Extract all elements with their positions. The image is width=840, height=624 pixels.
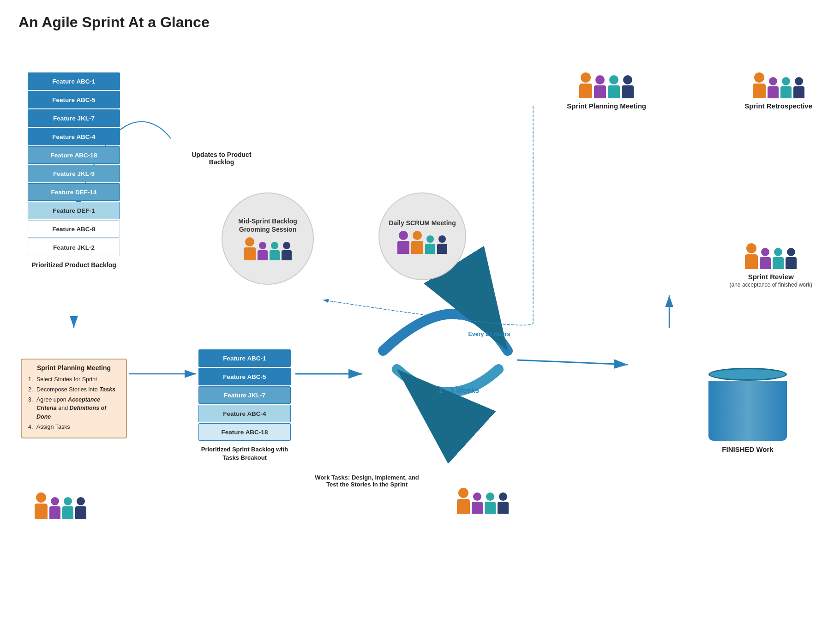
daily-scrum-text: Daily SCRUM Meeting	[389, 219, 456, 227]
sprint-list-item-2: Decompose Stories into Tasks	[28, 385, 120, 394]
backlog-item-9: Feature ABC-8	[28, 220, 120, 238]
team-icons-work	[457, 488, 509, 514]
finished-work-cylinder: FINISHED Work	[708, 368, 787, 453]
finished-work-label: FINISHED Work	[708, 445, 787, 453]
sprint-planning-title: Sprint Planning Meeting	[28, 364, 120, 372]
mid-sprint-text: Mid-Sprint Backlog Grooming Session	[222, 217, 313, 234]
sprint-review-label: Sprint Review	[730, 273, 812, 281]
sprint-retrospective: Sprint Retrospective	[744, 72, 812, 110]
weeks-label: 2 - 3 Weeks	[429, 386, 489, 395]
backlog-item-5: Feature ABC-18	[28, 146, 120, 164]
sprint-item-4: Feature ABC-4	[198, 405, 291, 422]
sprint-item-3: Feature JKL-7	[198, 386, 291, 404]
sprint-review: Sprint Review (and acceptance of finishe…	[730, 243, 812, 288]
sprint-backlog-label: Prioritized Sprint Backlog with Tasks Br…	[198, 445, 291, 462]
backlog-label: Prioritized Product Backlog	[28, 261, 120, 270]
every-24-label: Every 24 Hours	[466, 331, 512, 337]
backlog-item-7: Feature DEF-14	[28, 183, 120, 201]
cylinder-body	[708, 381, 787, 441]
sprint-list-item-1: Select Stories for Sprint	[28, 375, 120, 384]
backlog-item-2: Feature ABC-5	[28, 91, 120, 108]
sprint-backlog-stack: Feature ABC-1 Feature ABC-5 Feature JKL-…	[198, 349, 291, 462]
sprint-list-item-4: Assign Tasks	[28, 423, 120, 431]
work-tasks-label: Work Tasks: Design, Implement, and Test …	[309, 474, 425, 488]
sprint-list-item-3: Agree upon Acceptance Criteria and Defin…	[28, 396, 120, 420]
sprint-item-1: Feature ABC-1	[198, 349, 291, 367]
sprint-item-5: Feature ABC-18	[198, 423, 291, 441]
main-title: An Agile Sprint At a Glance	[0, 0, 840, 36]
updates-label: Updates to Product Backlog	[180, 151, 263, 166]
sprint-planning-meeting-top: Sprint Planning Meeting	[567, 72, 646, 110]
sprint-review-sublabel: (and acceptance of finished work)	[730, 282, 812, 288]
team-icons-sprint-planning	[35, 492, 86, 519]
sprint-item-2: Feature ABC-5	[198, 368, 291, 385]
sprint-planning-box: Sprint Planning Meeting Select Stories f…	[21, 359, 127, 438]
daily-scrum-circle: Daily SCRUM Meeting	[378, 192, 466, 280]
backlog-item-8: Feature DEF-1	[28, 202, 120, 219]
mid-sprint-circle: Mid-Sprint Backlog Grooming Session	[222, 192, 314, 285]
sprint-planning-meeting-label: Sprint Planning Meeting	[567, 102, 646, 110]
backlog-item-10: Feature JKL-2	[28, 239, 120, 256]
backlog-item-1: Feature ABC-1	[28, 72, 120, 90]
backlog-item-3: Feature JKL-7	[28, 109, 120, 127]
cylinder-top	[708, 368, 787, 381]
product-backlog-stack: Feature ABC-1 Feature ABC-5 Feature JKL-…	[28, 72, 120, 270]
sprint-retro-label: Sprint Retrospective	[744, 102, 812, 110]
backlog-item-4: Feature ABC-4	[28, 128, 120, 145]
backlog-item-6: Feature JKL-9	[28, 165, 120, 182]
